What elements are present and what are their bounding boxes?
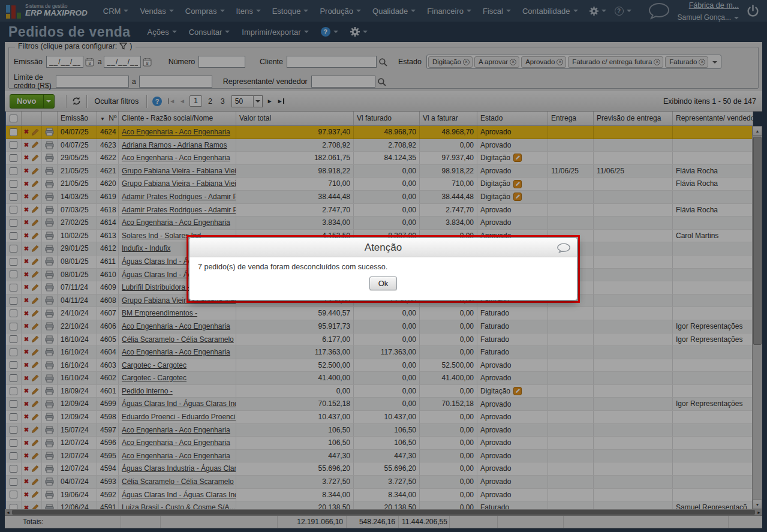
dialog-titlebar[interactable]: Atenção: [190, 238, 577, 257]
dialog-chat-button[interactable]: [557, 242, 571, 256]
attention-dialog: Atenção 7 pedido(s) de venda foram desco…: [189, 238, 577, 300]
chat-bubble-icon: [557, 242, 571, 254]
dialog-title: Atenção: [365, 242, 402, 254]
modal-highlight-frame: Atenção 7 pedido(s) de venda foram desco…: [187, 235, 580, 303]
ok-button[interactable]: Ok: [369, 276, 398, 290]
dialog-message: 7 pedido(s) de venda foram desconcluídos…: [190, 257, 577, 271]
